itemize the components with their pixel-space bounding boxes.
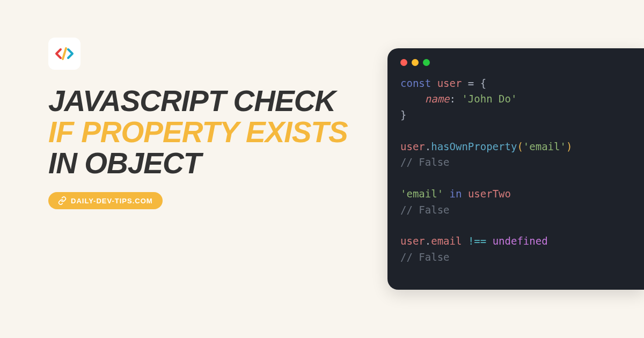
badge-text: DAILY-DEV-TIPS.COM — [71, 197, 153, 205]
site-logo — [48, 38, 80, 70]
title-part2: IN OBJECT — [48, 146, 201, 180]
title-part1: JAVASCRIPT CHECK — [48, 84, 335, 117]
close-icon — [400, 59, 407, 66]
link-icon — [58, 196, 67, 205]
article-title: JAVASCRIPT CHECK IF PROPERTY EXISTS IN O… — [48, 86, 349, 179]
code-window: const user = { name: 'John Do' } user.ha… — [387, 48, 644, 290]
window-controls — [400, 59, 644, 66]
code-snippet: const user = { name: 'John Do' } user.ha… — [400, 76, 644, 265]
title-highlight: IF PROPERTY EXISTS — [48, 115, 348, 149]
site-badge[interactable]: DAILY-DEV-TIPS.COM — [48, 192, 163, 209]
maximize-icon — [423, 59, 430, 66]
code-logo-icon — [54, 43, 75, 64]
minimize-icon — [412, 59, 419, 66]
